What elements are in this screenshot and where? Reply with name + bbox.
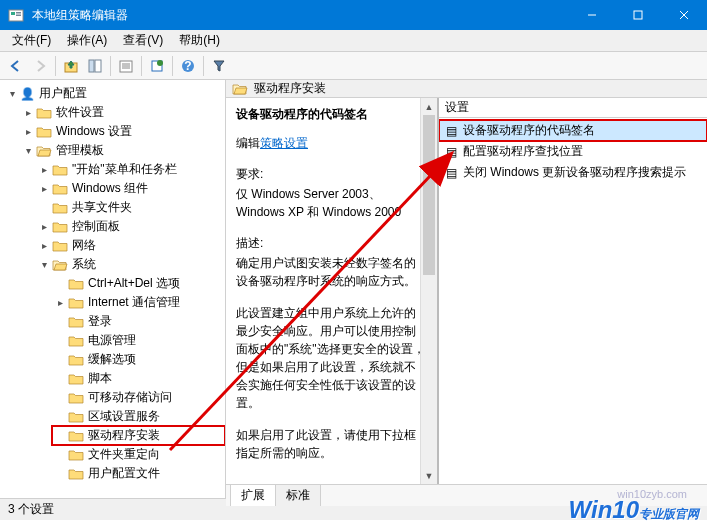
scroll-up-icon[interactable]: ▲ — [421, 98, 437, 115]
tree-item[interactable]: 驱动程序安装 — [52, 426, 225, 445]
folder-open-icon — [36, 144, 52, 158]
chevron-right-icon[interactable]: ▸ — [22, 126, 34, 138]
tree-item-label: 区域设置服务 — [88, 408, 160, 425]
show-hide-tree-button[interactable] — [83, 54, 107, 78]
svg-rect-3 — [16, 15, 21, 17]
user-config-icon: 👤 — [20, 87, 35, 101]
refresh-button[interactable] — [145, 54, 169, 78]
chevron-down-icon[interactable]: ▾ — [22, 145, 34, 157]
tree-item[interactable]: 登录 — [52, 312, 225, 331]
chevron-right-icon[interactable]: ▸ — [38, 164, 50, 176]
tree-item-label: 系统 — [72, 256, 96, 273]
minimize-button[interactable] — [569, 0, 615, 30]
chevron-right-icon[interactable]: ▸ — [38, 183, 50, 195]
folder-open-icon — [232, 82, 248, 96]
up-button[interactable] — [59, 54, 83, 78]
tree-item[interactable]: 区域设置服务 — [52, 407, 225, 426]
edit-label: 编辑 — [236, 136, 260, 150]
tree-item[interactable]: 用户配置文件 — [52, 464, 225, 483]
folder-closed-icon — [36, 125, 52, 139]
list-item-label: 设备驱动程序的代码签名 — [463, 122, 595, 139]
folder-closed-icon — [68, 315, 84, 329]
tree-item[interactable]: 共享文件夹 — [36, 198, 225, 217]
tree-item[interactable]: ▾系统 — [36, 255, 225, 274]
chevron-right-icon[interactable]: ▸ — [54, 297, 66, 309]
folder-closed-icon — [68, 372, 84, 386]
tree-item-label: 缓解选项 — [88, 351, 136, 368]
tree-item[interactable]: ▸Windows 设置 — [20, 122, 225, 141]
policy-title: 设备驱动程序的代码签名 — [236, 106, 427, 123]
expander-none — [54, 449, 66, 461]
list-item[interactable]: ▤关闭 Windows 更新设备驱动程序搜索提示 — [439, 162, 707, 183]
tree-item[interactable]: ▸"开始"菜单和任务栏 — [36, 160, 225, 179]
tree-item[interactable]: 脚本 — [52, 369, 225, 388]
chevron-right-icon[interactable]: ▸ — [38, 240, 50, 252]
tree-pane[interactable]: ▾👤用户配置▸软件设置▸Windows 设置▾管理模板▸"开始"菜单和任务栏▸W… — [0, 80, 226, 498]
list-column-header[interactable]: 设置 — [439, 98, 707, 118]
content-header: 驱动程序安装 — [226, 80, 707, 98]
properties-button[interactable] — [114, 54, 138, 78]
folder-closed-icon — [68, 277, 84, 291]
menu-help[interactable]: 帮助(H) — [171, 30, 228, 51]
description-text-2: 此设置建立组中用户系统上允许的最少安全响应。用户可以使用控制面板中的"系统"选择… — [236, 304, 427, 412]
column-settings: 设置 — [445, 99, 469, 116]
maximize-button[interactable] — [615, 0, 661, 30]
svg-rect-1 — [11, 12, 15, 15]
requirements-label: 要求: — [236, 166, 427, 183]
list-item-label: 关闭 Windows 更新设备驱动程序搜索提示 — [463, 164, 686, 181]
tree-item[interactable]: ▸Internet 通信管理 — [52, 293, 225, 312]
folder-closed-icon — [68, 467, 84, 481]
list-item[interactable]: ▤设备驱动程序的代码签名 — [439, 120, 707, 141]
window-titlebar: 本地组策略编辑器 — [0, 0, 707, 30]
chevron-right-icon[interactable]: ▸ — [22, 107, 34, 119]
detail-scrollbar[interactable]: ▲ ▼ — [420, 98, 437, 484]
forward-button[interactable] — [28, 54, 52, 78]
svg-rect-9 — [89, 60, 94, 72]
edit-policy-link[interactable]: 策略设置 — [260, 136, 308, 150]
tree-item[interactable]: 缓解选项 — [52, 350, 225, 369]
tree-root-label: 用户配置 — [39, 85, 87, 102]
tree-root[interactable]: ▾👤用户配置 — [4, 84, 225, 103]
list-item[interactable]: ▤配置驱动程序查找位置 — [439, 141, 707, 162]
scroll-down-icon[interactable]: ▼ — [421, 467, 437, 484]
description-text-1: 确定用户试图安装未经数字签名的设备驱动程序时系统的响应方式。 — [236, 254, 427, 290]
tree-item[interactable]: 可移动存储访问 — [52, 388, 225, 407]
folder-closed-icon — [52, 163, 68, 177]
tree-item-label: 登录 — [88, 313, 112, 330]
detail-pane: 设备驱动程序的代码签名 编辑策略设置 要求: 仅 Windows Server … — [226, 98, 439, 484]
folder-closed-icon — [68, 353, 84, 367]
chevron-right-icon[interactable]: ▸ — [38, 221, 50, 233]
toolbar: ? — [0, 52, 707, 80]
tree-item[interactable]: 电源管理 — [52, 331, 225, 350]
chevron-down-icon[interactable]: ▾ — [38, 259, 50, 271]
menu-action[interactable]: 操作(A) — [59, 30, 115, 51]
tab-standard[interactable]: 标准 — [275, 484, 321, 506]
tree-item[interactable]: ▸软件设置 — [20, 103, 225, 122]
tree-item-label: Internet 通信管理 — [88, 294, 180, 311]
svg-rect-5 — [634, 11, 642, 19]
menu-view[interactable]: 查看(V) — [115, 30, 171, 51]
tree-item[interactable]: ▾管理模板 — [20, 141, 225, 160]
menu-file[interactable]: 文件(F) — [4, 30, 59, 51]
folder-closed-icon — [68, 429, 84, 443]
tab-extended[interactable]: 扩展 — [230, 484, 276, 506]
help-button[interactable]: ? — [176, 54, 200, 78]
tree-item-label: Windows 设置 — [56, 123, 132, 140]
expander-none — [54, 316, 66, 328]
list-item-label: 配置驱动程序查找位置 — [463, 143, 583, 160]
tree-item-label: 共享文件夹 — [72, 199, 132, 216]
settings-list[interactable]: ▤设备驱动程序的代码签名▤配置驱动程序查找位置▤关闭 Windows 更新设备驱… — [439, 118, 707, 484]
scrollbar-thumb[interactable] — [423, 115, 435, 275]
tree-item[interactable]: ▸网络 — [36, 236, 225, 255]
tree-item[interactable]: 文件夹重定向 — [52, 445, 225, 464]
tree-item[interactable]: ▸Windows 组件 — [36, 179, 225, 198]
filter-button[interactable] — [207, 54, 231, 78]
tree-item-label: "开始"菜单和任务栏 — [72, 161, 177, 178]
tree-item[interactable]: Ctrl+Alt+Del 选项 — [52, 274, 225, 293]
tree-item[interactable]: ▸控制面板 — [36, 217, 225, 236]
policy-icon: ▤ — [443, 124, 459, 138]
chevron-down-icon[interactable]: ▾ — [6, 88, 18, 100]
back-button[interactable] — [4, 54, 28, 78]
svg-rect-10 — [95, 60, 101, 72]
close-button[interactable] — [661, 0, 707, 30]
